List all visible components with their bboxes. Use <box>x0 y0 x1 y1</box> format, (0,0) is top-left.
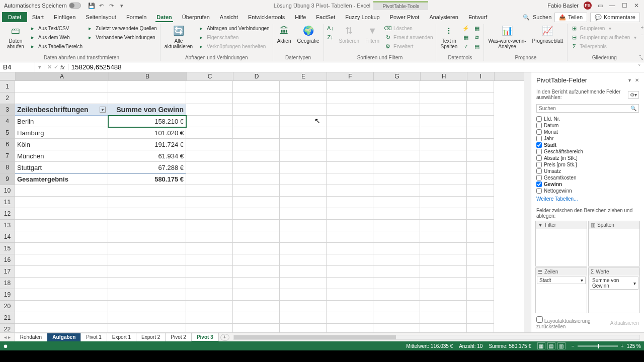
row-header[interactable]: 3 <box>0 104 15 116</box>
value-area-item[interactable]: Summe von Gewinn▾ <box>590 277 638 290</box>
cell[interactable] <box>327 93 373 104</box>
cell[interactable] <box>186 220 233 231</box>
field-checkbox[interactable] <box>536 136 542 141</box>
pivot-field[interactable]: Datum <box>536 122 639 129</box>
cell[interactable] <box>467 278 494 289</box>
cell[interactable] <box>108 208 186 220</box>
cell[interactable] <box>467 139 494 150</box>
cell[interactable] <box>467 185 494 197</box>
cell[interactable] <box>15 254 108 266</box>
cell[interactable] <box>327 173 373 185</box>
row-header[interactable]: 14 <box>0 231 15 243</box>
cell[interactable] <box>280 301 327 312</box>
cell[interactable] <box>15 312 108 324</box>
chevron-down-icon[interactable]: ▾ <box>581 278 583 283</box>
cell[interactable] <box>186 243 233 254</box>
cell[interactable] <box>467 243 494 254</box>
cell[interactable] <box>108 266 186 278</box>
cell[interactable] <box>280 93 327 104</box>
cell[interactable] <box>233 278 280 289</box>
cell[interactable] <box>420 324 467 332</box>
pivot-field[interactable]: Stadt <box>536 142 639 148</box>
cell[interactable] <box>280 266 327 278</box>
cell[interactable] <box>373 220 420 231</box>
cell[interactable] <box>420 127 467 139</box>
cell[interactable] <box>467 127 494 139</box>
cell[interactable] <box>327 127 373 139</box>
cell[interactable] <box>233 150 280 162</box>
manage-model-button[interactable]: ▤ <box>472 42 481 50</box>
pivot-field[interactable]: Lfd. Nr. <box>536 116 639 122</box>
row-header[interactable]: 13 <box>0 220 15 231</box>
cell[interactable] <box>15 301 108 312</box>
cell[interactable] <box>108 324 186 332</box>
cell[interactable] <box>327 208 373 220</box>
cell[interactable] <box>467 220 494 231</box>
cell[interactable] <box>186 208 233 220</box>
cell[interactable] <box>373 312 420 324</box>
ribbon-mode-icon[interactable]: ▭ <box>597 2 604 9</box>
cell[interactable] <box>233 254 280 266</box>
cell[interactable] <box>420 185 467 197</box>
cell[interactable] <box>373 173 420 185</box>
cell[interactable] <box>327 139 373 150</box>
sort-asc-button[interactable]: A↓ <box>326 24 335 32</box>
connections-item[interactable]: ▸Abfragen und Verbindungen <box>197 24 271 32</box>
chevron-down-icon[interactable]: ▾ <box>633 281 636 286</box>
cancel-formula-icon[interactable]: ✕ <box>47 64 52 70</box>
cell[interactable] <box>373 197 420 208</box>
cell[interactable] <box>373 185 420 197</box>
cell[interactable] <box>467 104 494 116</box>
pane-options-icon[interactable]: ▾ <box>628 77 631 83</box>
row-header[interactable]: 20 <box>0 301 15 312</box>
pivot-value-heading[interactable]: Summe von Gewinn <box>108 104 186 116</box>
toggle-switch[interactable] <box>69 3 81 9</box>
pivot-field[interactable]: Geschäftsbereich <box>536 148 639 155</box>
cell[interactable] <box>186 254 233 266</box>
cell[interactable] <box>420 104 467 116</box>
cell[interactable] <box>373 162 420 173</box>
cell[interactable] <box>420 220 467 231</box>
cell[interactable] <box>327 243 373 254</box>
avatar[interactable]: FB <box>584 2 592 10</box>
cell[interactable] <box>186 278 233 289</box>
cell[interactable] <box>108 289 186 301</box>
collapse-ribbon-icon[interactable]: ˆ <box>639 55 641 60</box>
pivot-field[interactable]: Absatz [in Stk.] <box>536 155 639 161</box>
cell[interactable] <box>373 231 420 243</box>
expand-formula-icon[interactable]: ˅ <box>635 64 644 70</box>
cell[interactable] <box>280 278 327 289</box>
pivot-field[interactable]: Nettogewinn <box>536 188 639 194</box>
cell[interactable] <box>186 116 233 127</box>
more-tables-link[interactable]: Weitere Tabellen... <box>531 194 644 204</box>
cell[interactable] <box>467 197 494 208</box>
cell[interactable] <box>467 162 494 173</box>
cell[interactable] <box>15 197 108 208</box>
cell[interactable] <box>327 150 373 162</box>
get-data-item[interactable]: ▸Zuletzt verwendete Quellen <box>86 24 158 32</box>
row-area-item[interactable]: Stadt▾ <box>537 277 586 284</box>
cell[interactable] <box>280 162 327 173</box>
row-header[interactable]: 6 <box>0 139 15 150</box>
cell[interactable] <box>186 266 233 278</box>
relationships-button[interactable]: ⧉ <box>472 33 481 41</box>
cell[interactable] <box>186 324 233 332</box>
cell[interactable] <box>233 185 280 197</box>
cell[interactable] <box>467 266 494 278</box>
get-data-item[interactable]: ▸Aus dem Web <box>28 33 84 41</box>
row-header[interactable]: 10 <box>0 185 15 197</box>
cell[interactable] <box>15 324 108 332</box>
cell[interactable] <box>108 278 186 289</box>
tab-formeln[interactable]: Formeln <box>121 12 151 22</box>
get-data-item[interactable]: ▸Vorhandene Verbindungen <box>86 33 158 41</box>
cell[interactable] <box>327 231 373 243</box>
forecast-button[interactable]: 📈Prognoseblatt <box>530 24 566 45</box>
column-header[interactable]: G <box>374 72 421 80</box>
cell[interactable] <box>108 301 186 312</box>
record-macro-icon[interactable]: ⏺ <box>3 343 8 349</box>
cell[interactable] <box>280 81 327 93</box>
pivot-field[interactable]: Jahr <box>536 135 639 142</box>
cell[interactable] <box>108 243 186 254</box>
cell[interactable] <box>108 254 186 266</box>
tab-ansicht[interactable]: Ansicht <box>215 12 243 22</box>
